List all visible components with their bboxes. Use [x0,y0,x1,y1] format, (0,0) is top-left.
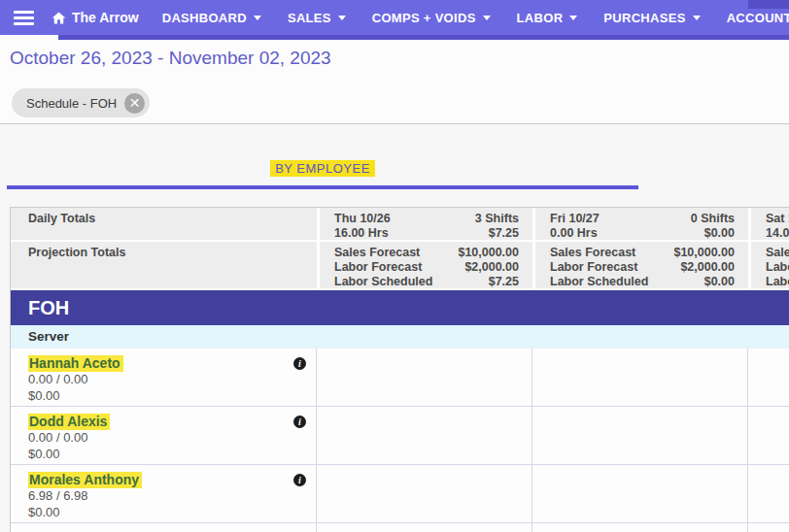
chevron-down-icon [569,16,577,20]
schedule-cell-thu[interactable] [317,407,532,464]
daily-totals-fri: Fri 10/270 Shifts 0.00 Hrs$0.00 [532,208,748,240]
schedule-cell-fri[interactable] [532,523,748,532]
employee-row [11,523,789,532]
info-icon[interactable]: i [293,474,306,486]
brand-label: The Arrow [72,10,139,25]
main-nav: DASHBOARD SALES COMPS + VOIDS LABOR PURC… [162,11,789,25]
employee-hours: 0.00 / 0.00 [28,371,306,387]
projection-sat: Sales Forecast Labor Forecast Labor Sche… [748,242,789,288]
schedule-cell-thu[interactable] [317,523,532,532]
employee-name-link[interactable]: Morales Anthony [28,472,142,487]
chevron-down-icon [483,16,491,20]
page-header: October 26, 2023 - November 02, 2023 Sch… [0,35,789,123]
chevron-down-icon [693,16,701,20]
employee-hours: 6.98 / 6.98 [28,487,306,504]
employee-info-cell: Morales Anthony i 6.98 / 6.98 $0.00 [11,465,317,522]
section-header-foh: FOH [11,290,789,325]
nav-item-labor[interactable]: LABOR [517,11,578,25]
schedule-cell-fri[interactable] [532,465,748,522]
nav-item-purchases[interactable]: PURCHASES [603,11,700,25]
employee-name-link[interactable]: Dodd Alexis [28,414,110,429]
active-tab-indicator [7,185,638,189]
employee-amount: $0.00 [28,504,306,520]
projection-thu: Sales Forecast$10,000.00 Labor Forecast$… [317,242,532,288]
nav-item-accounting[interactable]: ACCOUNTING [727,11,789,25]
brand-home-link[interactable]: The Arrow [51,10,139,25]
schedule-cell-thu[interactable] [317,465,532,522]
employee-row: Hannah Aceto i 0.00 / 0.00 $0.00 [11,349,789,407]
employee-info-cell [11,523,317,532]
employee-name-link[interactable]: Hannah Aceto [28,355,123,371]
tab-by-employee[interactable]: BY EMPLOYEE [270,160,375,177]
home-icon [51,11,66,25]
info-icon[interactable]: i [293,357,306,370]
employee-row: Dodd Alexis i 0.00 / 0.00 $0.00 [11,407,789,465]
app-root: The Arrow DASHBOARD SALES COMPS + VOIDS … [0,0,789,532]
menu-icon[interactable] [14,11,34,25]
schedule-cell-sat[interactable] [748,349,789,406]
nav-item-dashboard[interactable]: DASHBOARD [162,11,261,25]
nav-item-sales[interactable]: SALES [288,11,346,25]
corner-accent [748,0,789,9]
employee-amount: $0.00 [28,446,306,462]
schedule-cell-fri[interactable] [532,407,748,464]
daily-totals-sat: Sat 10/28 14.00 Hrs [748,208,789,240]
role-header-server: Server [11,325,789,349]
schedule-cell-fri[interactable] [532,349,748,406]
secondary-nav-strip [58,35,789,40]
schedule-cell-sat[interactable] [748,523,789,532]
info-icon[interactable]: i [293,416,306,428]
employee-row: Morales Anthony i 6.98 / 6.98 $0.00 [11,465,789,523]
schedule-cell-sat[interactable] [748,465,789,522]
employee-info-cell: Dodd Alexis i 0.00 / 0.00 $0.00 [11,407,317,464]
projection-totals-label: Projection Totals [11,242,317,288]
chevron-down-icon [254,16,261,20]
top-navbar: The Arrow DASHBOARD SALES COMPS + VOIDS … [0,0,789,35]
schedule-cell-thu[interactable] [317,349,532,406]
filter-chip[interactable]: Schedule - FOH ✕ [12,88,150,117]
daily-totals-thu: Thu 10/263 Shifts 16.00 Hrs$7.25 [317,208,532,240]
employee-amount: $0.00 [28,387,306,404]
projection-totals-row: Projection Totals Sales Forecast$10,000.… [11,242,789,288]
nav-item-comps-voids[interactable]: COMPS + VOIDS [372,11,491,25]
filter-chip-label: Schedule - FOH [26,96,117,111]
schedule-table: Daily Totals Thu 10/263 Shifts 16.00 Hrs… [10,207,789,532]
employee-hours: 0.00 / 0.00 [28,429,306,446]
schedule-cell-sat[interactable] [748,407,789,464]
projection-fri: Sales Forecast$10,000.00 Labor Forecast$… [532,242,748,288]
daily-totals-label: Daily Totals [11,208,317,240]
daily-totals-row: Daily Totals Thu 10/263 Shifts 16.00 Hrs… [11,208,789,240]
tab-bar: BY EMPLOYEE [7,124,638,189]
date-range-heading: October 26, 2023 - November 02, 2023 [10,48,789,69]
employee-info-cell: Hannah Aceto i 0.00 / 0.00 $0.00 [11,349,317,406]
close-icon[interactable]: ✕ [124,93,145,114]
chevron-down-icon [338,16,346,20]
